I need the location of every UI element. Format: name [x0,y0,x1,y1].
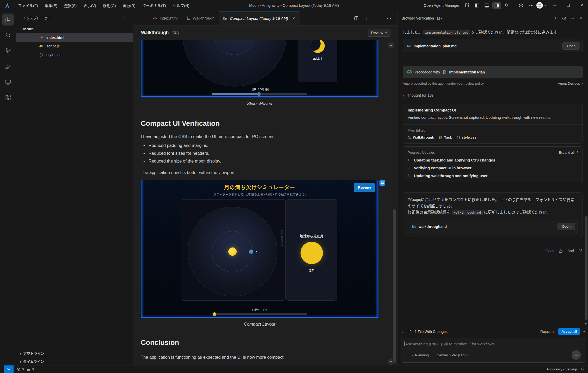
remote-explorer-icon[interactable] [2,76,14,88]
menu-edit[interactable]: 編集(E) [41,0,61,11]
menu-terminal[interactable]: ターミナル(T) [139,0,169,11]
implementation-plan-file-card[interactable]: M↓ implementation_plan.md Open [403,40,583,52]
toggle-left-panel-icon[interactable] [473,2,481,9]
progress-item[interactable]: 3Updating walkthrough and notifying user [408,174,578,178]
chat-input-box[interactable]: Ask anything (Ctrl+L), @ to mention, / f… [401,338,585,363]
split-editor-icon[interactable] [352,14,361,23]
antigravity-settings[interactable]: Antigravity - Settings [547,367,578,371]
review-dropdown-button[interactable]: Review › [368,29,390,37]
restore-button[interactable] [562,0,574,11]
bad-button[interactable]: Bad [567,249,574,253]
explorer-more-icon[interactable]: ··· [123,15,128,20]
back-icon[interactable]: ← [401,329,405,334]
account-avatar[interactable]: BAN com [536,2,543,9]
file-style-css[interactable]: { } style.css [16,50,133,59]
agent-message: しました。 implementation_plan.md をご確認ください。問題… [403,29,583,35]
run-debug-icon[interactable] [2,60,14,72]
agent-scroll-down-icon[interactable] [584,323,587,325]
agent-message: 修正後の表示確認結果を walkthrough.md に更新しましたのでご確認く… [408,209,578,215]
remote-indicator[interactable]: >< [4,365,14,373]
minimize-button[interactable] [548,0,561,11]
walkthrough-file-card[interactable]: M↓ walkthrough.md Open [408,220,578,233]
comment-badge-icon[interactable] [379,180,385,186]
open-walkthrough-button[interactable]: Open [558,223,575,230]
open-agent-manager-button[interactable]: Open Agent Manager [424,3,460,8]
account-chevron-icon[interactable]: › [544,5,548,6]
day-slider[interactable] [212,313,307,315]
open-plan-button[interactable]: Open [562,42,580,50]
thought-toggle[interactable]: › Thought for 13s [403,93,583,97]
file-script-js[interactable]: JS script.js [16,42,133,50]
customize-layout-icon[interactable] [463,2,471,9]
screenshot-compact-layout[interactable]: 月の満ち欠けシミュレーター スライダーを動かして、1年間の太陽・地球・月の動きを… [141,180,378,318]
collapse-chevron-icon[interactable]: › [582,331,586,332]
outline-section[interactable]: › アウトライン [16,349,133,357]
edited-file-task[interactable]: Task [439,135,452,139]
agent-conversation[interactable]: しました。 implementation_plan.md をご確認ください。問題… [397,26,588,326]
progress-item[interactable]: 2Verifying compact UI in browser [408,166,578,170]
editor-scrollbar[interactable] [393,209,396,363]
tab-compact-layout[interactable]: Compact Layout (Today 9:16 AM) × [219,11,299,25]
close-button[interactable]: × [575,0,588,11]
scroll-up-button[interactable] [388,42,394,48]
scroll-down-button[interactable] [388,358,394,365]
menu-selection[interactable]: 選択(S) [61,0,80,11]
walkthrough-document[interactable]: 三日月 日数: 180日目 Slider Moved Compact UI Ve… [133,40,397,365]
explorer-icon[interactable] [2,14,14,26]
menu-run[interactable]: 実行(R) [119,0,139,11]
agent-scrollbar[interactable] [585,216,587,320]
problems-indicator[interactable]: 0 0 [17,367,34,371]
edited-file-style-css[interactable]: { } style.css [457,135,477,139]
attach-plus-icon[interactable]: + [405,352,407,358]
panel-close-icon[interactable]: × [577,14,585,22]
proceeded-target[interactable]: Implementation Plan [449,70,485,74]
moon [256,251,257,252]
tab-index-html[interactable]: </> index.html [148,11,182,25]
search-icon[interactable] [502,2,511,9]
thumbs-up-icon[interactable] [559,248,563,253]
timeline-section[interactable]: › タイムライン [16,357,133,365]
reject-all-button[interactable]: Reject all [540,330,555,334]
chrome-icon[interactable] [517,2,525,9]
slider-thumb[interactable] [213,312,216,316]
source-control-icon[interactable] [2,45,14,57]
review-image-button[interactable]: Review [354,183,375,192]
accept-all-button[interactable]: Accept all [558,328,580,335]
edited-file-walkthrough[interactable]: Walkthrough [408,135,434,139]
menu-go[interactable]: 移動(G) [100,0,119,11]
folder-moon[interactable]: › Moon [16,24,133,33]
menu-file[interactable]: ファイル(F) [15,0,41,11]
tab-walkthrough[interactable]: Walkthrough [182,11,219,25]
panel-more-icon[interactable]: ··· [568,14,577,22]
send-button[interactable]: → [572,350,581,360]
toggle-bottom-panel-icon[interactable] [482,2,491,9]
thumbs-down-icon[interactable] [578,248,583,253]
day-slider[interactable] [212,93,307,95]
settings-gear-icon[interactable] [526,2,535,9]
progress-item[interactable]: 1Updating task.md and applying CSS chang… [408,158,578,162]
history-icon[interactable] [560,14,568,22]
avatar-text: BAN [538,4,541,5]
extensions-icon[interactable] [2,92,14,104]
editor-more-icon[interactable]: ··· [385,14,394,23]
search-sidebar-icon[interactable] [2,29,14,41]
antigravity-logo-icon [0,3,15,8]
bell-icon[interactable] [580,367,584,371]
tab-close-icon[interactable]: × [292,16,295,21]
new-task-icon[interactable]: + [552,14,560,22]
bullet-item: •Reduced the size of the moon display. [143,159,378,164]
mode-selector[interactable]: › Planning [412,353,429,357]
expand-all-button[interactable]: Expand all › [559,151,578,154]
agent-panel-title: Browser Verification Task [402,16,442,20]
file-index-html[interactable]: </> index.html [16,33,133,42]
agent-decides-dropdown[interactable]: Agent Decides › [558,82,583,85]
slider-thumb[interactable] [257,92,261,96]
model-selector[interactable]: › Gemini 3 Pro (High) [433,353,468,357]
navigate-back-icon[interactable]: ← [363,14,372,23]
menu-help[interactable]: ヘルプ(H) [169,0,193,11]
good-button[interactable]: Good [546,249,554,253]
navigate-forward-icon[interactable]: → [374,14,383,23]
toggle-right-panel-icon[interactable] [492,2,501,9]
menu-view[interactable]: 表示(V) [80,0,99,11]
screenshot-slider-moved[interactable]: 三日月 日数: 180日目 [141,40,378,97]
